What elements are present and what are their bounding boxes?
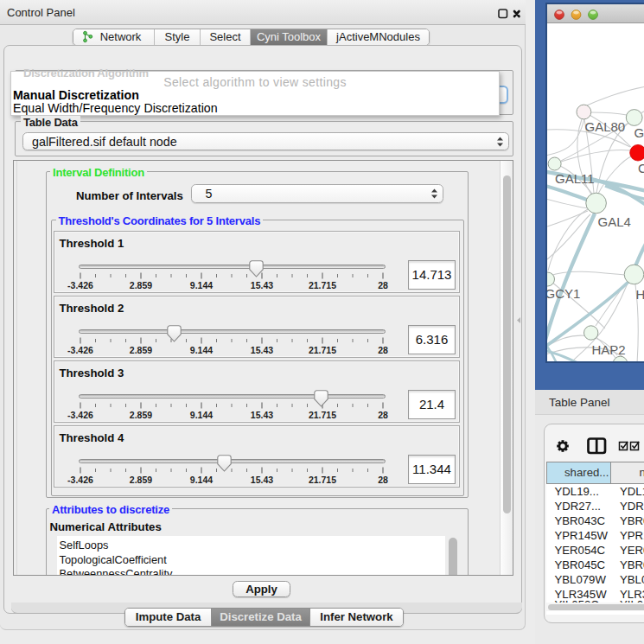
svg-text:GAL80: GAL80 [585, 119, 626, 134]
svg-text:C: C [638, 161, 644, 175]
svg-text:GAL4: GAL4 [598, 214, 631, 229]
svg-text:HAP2: HAP2 [592, 342, 626, 357]
svg-text:H: H [636, 287, 644, 302]
svg-text:GCY1: GCY1 [547, 286, 580, 301]
svg-text:G.: G. [634, 125, 644, 140]
svg-text:GAL11: GAL11 [555, 171, 595, 186]
